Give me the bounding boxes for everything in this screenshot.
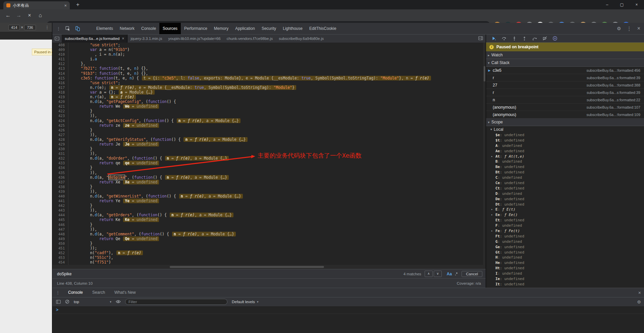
match-case-toggle[interactable]: Aa [447,272,452,276]
devtools-tab-security[interactable]: Security [258,23,279,34]
scope-variable-row[interactable]: Et: undefined [486,218,644,223]
scope-variable-row[interactable]: $t: undefined [486,138,644,143]
pause-on-exceptions-button[interactable] [553,36,557,41]
javascript-context-select[interactable]: top ▾ [74,300,111,304]
line-number-gutter[interactable]: 439 [52,189,68,194]
scope-variable-row[interactable]: Gt: undefined [486,250,644,255]
call-stack-frame[interactable]: (anonymous)subscribeBuy.6a...:formatted:… [486,111,644,118]
line-number-gutter[interactable]: 432 [52,156,68,161]
window-maximize-button[interactable]: ▢ [614,2,629,7]
stop-loading-button[interactable]: × [25,12,34,18]
search-input[interactable] [52,271,404,277]
line-number-gutter[interactable]: 426 [52,128,68,132]
device-height-input[interactable]: 736 [24,25,36,30]
devtools-tab-sources[interactable]: Sources [159,23,181,34]
scope-variable-row[interactable]: Ft: undefined [486,234,644,239]
console-prompt[interactable]: > [52,306,644,314]
file-tab[interactable]: youpin-lib10.min.js?update=66 [165,35,223,43]
line-number-gutter[interactable]: 412 [52,61,68,66]
console-settings-icon[interactable]: ⚙ [637,299,641,304]
line-number-gutter[interactable]: 411 [52,57,68,61]
drawer-tab-search[interactable]: Search [88,288,110,297]
call-stack-frame[interactable]: rsubscribeBuy.6a...s:formatted:39 [486,74,644,81]
scope-variable-row[interactable]: $e: undefined [486,132,644,138]
scope-variable-row[interactable]: A: undefined [486,143,644,149]
home-button[interactable]: ⌂ [36,12,44,18]
file-tab-close-icon[interactable]: × [122,35,124,43]
line-number-gutter[interactable]: 452 [52,251,68,255]
line-number-gutter[interactable]: 438 [52,184,68,189]
code-editor[interactable]: 408 "use strict";409 var a = n("91b3")41… [52,43,486,265]
scope-variable-row[interactable]: It: undefined [486,282,644,287]
new-tab-button[interactable]: + [74,1,82,8]
line-number-gutter[interactable]: 447 [52,227,68,232]
call-stack-section-header[interactable]: ▾ Call Stack [486,59,644,67]
scope-variable-row[interactable]: ▸At: ƒ At(t,e) [486,154,644,159]
line-number-gutter[interactable]: 450 [52,241,68,246]
scope-variable-row[interactable]: Be: undefined [486,164,644,170]
devtools-tab-console[interactable]: Console [138,23,159,34]
search-cancel-button[interactable]: Cancel [462,271,482,277]
browser-tab[interactable]: 小米有品 × [3,1,70,9]
editor-horizontal-scrollbar[interactable] [52,265,486,269]
log-level-select[interactable]: Default levels ▾ [232,300,259,304]
scope-variable-row[interactable]: De: undefined [486,197,644,202]
inspect-element-icon[interactable] [65,26,70,31]
deactivate-breakpoints-button[interactable] [543,36,547,41]
line-number-gutter[interactable]: 430 [52,147,68,151]
call-stack-frame[interactable]: rsubscribeBuy.6a...s:formatted:39 [486,89,644,96]
scope-variable-row[interactable]: Ct: undefined [486,186,644,191]
scope-variable-row[interactable]: ▸E: ƒ E(t) [486,207,644,212]
debugger-sidebar-toggle-icon[interactable] [478,36,483,40]
line-number-gutter[interactable]: 453 [52,255,68,260]
scope-variable-row[interactable]: B: undefined [486,159,644,164]
drawer-tab-console[interactable]: Console [63,288,88,297]
line-number-gutter[interactable]: 449 [52,236,68,241]
line-number-gutter[interactable]: 414 [52,71,68,76]
devtools-tab-performance[interactable]: Performance [181,23,211,34]
call-stack-frame[interactable]: ▶c3e5subscribeBuy.6a...:formatted:456 [486,67,644,74]
console-sidebar-toggle-icon[interactable] [56,300,61,304]
devtools-tab-lighthouse[interactable]: Lighthouse [279,23,306,34]
line-number-gutter[interactable]: 410 [52,52,68,57]
window-close-button[interactable]: × [629,2,644,7]
devtools-menu-icon[interactable]: ⋮ [56,26,61,31]
line-number-gutter[interactable]: 429 [52,142,68,147]
drawer-close-icon[interactable]: × [638,290,641,295]
back-button[interactable]: ← [4,12,12,18]
line-number-gutter[interactable]: 451 [52,246,68,251]
line-number-gutter[interactable]: 422 [52,109,68,113]
line-number-gutter[interactable]: 423 [52,113,68,118]
resume-button[interactable] [492,36,496,41]
scope-variable-row[interactable]: I: undefined [486,271,644,276]
scope-variable-row[interactable]: Bt: undefined [486,170,644,175]
line-number-gutter[interactable]: 446 [52,222,68,227]
scope-variable-row[interactable]: Ce: undefined [486,180,644,186]
live-expression-eye-icon[interactable] [116,300,121,303]
step-out-button[interactable] [522,36,527,41]
navigator-toggle-icon[interactable] [55,37,59,41]
regex-toggle[interactable]: .* [455,272,458,276]
scope-variable-row[interactable]: Dt: undefined [486,202,644,207]
line-number-gutter[interactable]: 424 [52,118,68,123]
line-number-gutter[interactable]: 418 [52,90,68,95]
device-toolbar-menu-icon[interactable]: ⋮ [45,25,49,30]
devtools-more-icon[interactable]: ⋮ [627,25,632,32]
scope-variable-row[interactable]: G: undefined [486,239,644,244]
devtools-tab-network[interactable]: Network [116,23,138,34]
scrollbar-thumb[interactable] [170,266,324,268]
line-number-gutter[interactable]: 454 [52,260,68,265]
scope-variable-row[interactable]: D: undefined [486,191,644,197]
line-number-gutter[interactable]: 437 [52,180,68,184]
step-button[interactable] [532,36,537,41]
call-stack-frame[interactable]: (anonymous)subscribeBuy.6a...:formatted:… [486,104,644,111]
line-number-gutter[interactable]: 434 [52,165,68,170]
search-previous-button[interactable]: ∧ [425,271,433,277]
window-minimize-button[interactable]: – [600,2,614,7]
drawer-menu-icon[interactable]: ⋮ [52,290,63,295]
line-number-gutter[interactable]: 448 [52,232,68,236]
tab-close-icon[interactable]: × [64,3,67,8]
scope-variable-row[interactable]: H: undefined [486,255,644,260]
scope-variable-row[interactable]: Ht: undefined [486,266,644,271]
devtools-settings-icon[interactable]: ⚙ [617,26,621,31]
